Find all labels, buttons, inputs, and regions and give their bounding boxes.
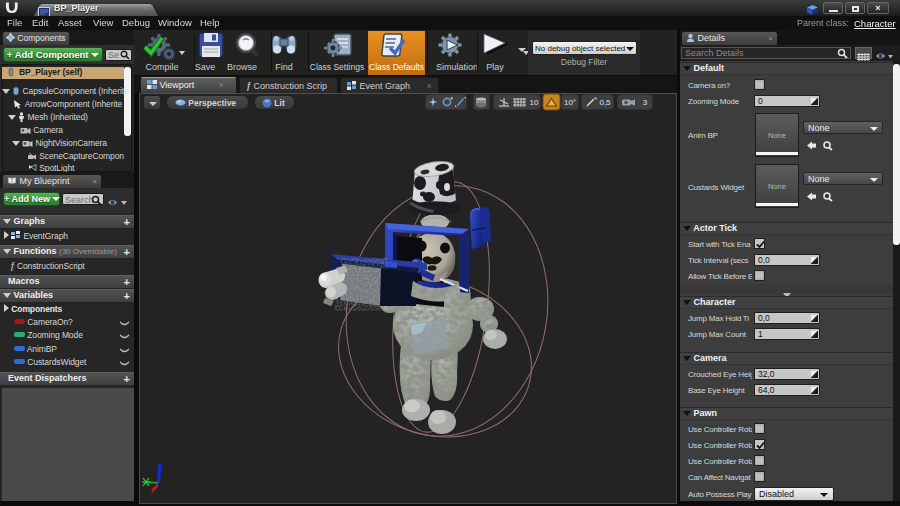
- svg-text:10°: 10°: [564, 98, 576, 107]
- svg-text:0,5: 0,5: [599, 98, 611, 107]
- svg-text:3: 3: [643, 98, 648, 107]
- svg-text:10: 10: [530, 98, 539, 107]
